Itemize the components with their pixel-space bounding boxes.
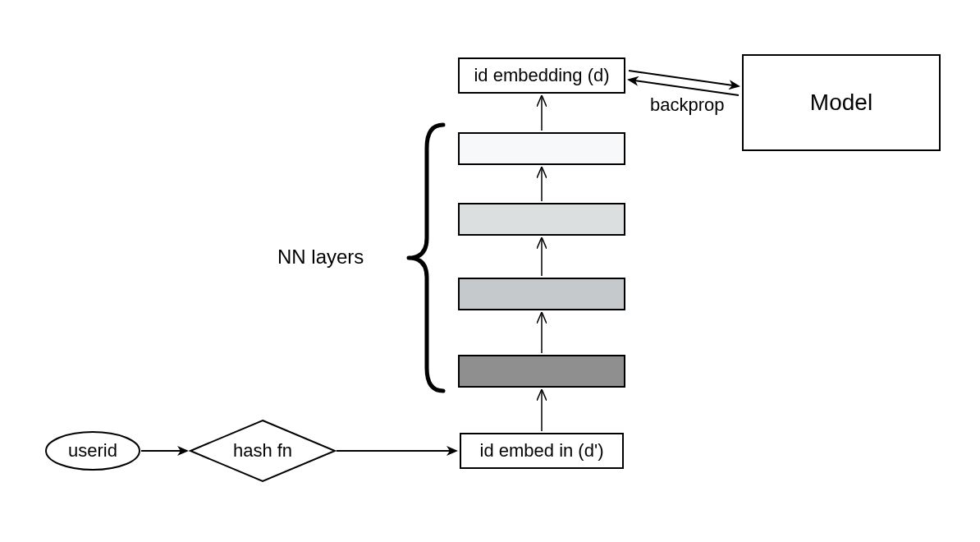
node-model: Model <box>742 54 941 151</box>
diagram-stage: userid hash fn id embed in (d') id embed… <box>0 0 980 542</box>
node-embed-in: id embed in (d') <box>460 433 624 469</box>
embed-out-label: id embedding (d) <box>474 65 609 86</box>
nn-layer-3 <box>458 132 625 165</box>
nn-layer-1 <box>458 278 625 310</box>
node-embed-out: id embedding (d) <box>458 57 625 94</box>
nn-layer-2 <box>458 203 625 236</box>
model-label: Model <box>810 90 872 116</box>
arrow-model-embedout <box>629 80 739 95</box>
arrow-embedout-model <box>629 71 739 86</box>
node-hashfn: hash fn <box>189 419 337 483</box>
userid-label: userid <box>68 440 117 462</box>
node-userid: userid <box>44 430 141 471</box>
embed-in-label: id embed in (d') <box>480 440 604 462</box>
nn-layers-label: NN layers <box>277 246 364 269</box>
brace-nn-layers <box>409 125 443 391</box>
nn-layer-0 <box>458 355 625 388</box>
hashfn-label: hash fn <box>233 440 292 462</box>
backprop-label: backprop <box>650 94 725 116</box>
